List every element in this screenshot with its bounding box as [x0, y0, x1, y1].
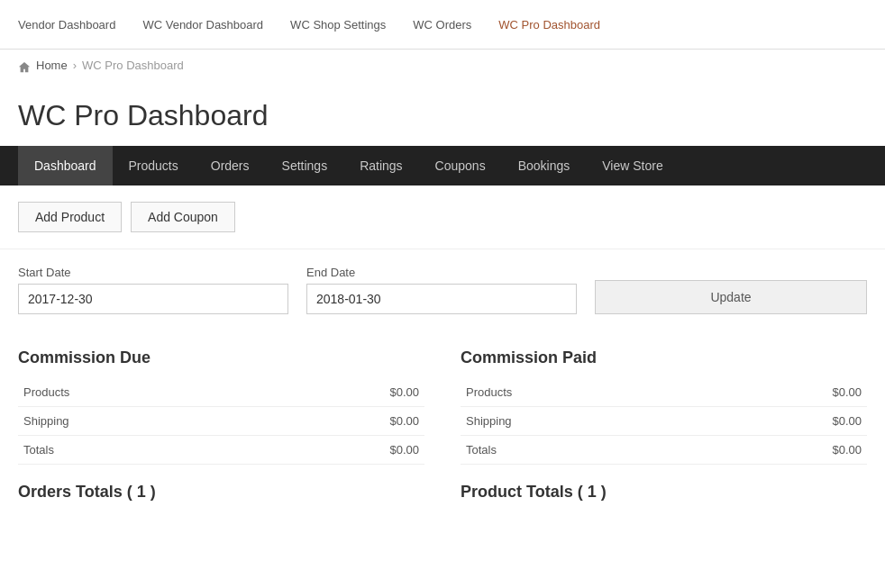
tab-view-store[interactable]: View Store [586, 146, 679, 185]
breadcrumb-home[interactable]: Home [36, 59, 68, 72]
product-totals-block: Product Totals ( 1 ) [461, 483, 867, 502]
commission-due-title: Commission Due [18, 348, 424, 367]
table-row: Shipping $0.00 [18, 407, 424, 436]
commission-paid-products-value: $0.00 [699, 378, 867, 407]
commissions-section: Commission Due Products $0.00 Shipping $… [0, 348, 885, 465]
home-icon [18, 61, 31, 74]
commission-paid-shipping-label: Shipping [461, 407, 699, 436]
start-date-label: Start Date [18, 266, 288, 279]
add-coupon-button[interactable]: Add Coupon [131, 202, 235, 232]
tab-orders[interactable]: Orders [195, 146, 266, 185]
commission-paid-table: Products $0.00 Shipping $0.00 Totals $0.… [461, 378, 867, 465]
date-filter-section: Start Date End Date Update [0, 249, 885, 348]
commission-due-block: Commission Due Products $0.00 Shipping $… [18, 348, 424, 465]
totals-section: Orders Totals ( 1 ) Product Totals ( 1 ) [0, 465, 885, 502]
page-title: WC Pro Dashboard [0, 81, 885, 146]
table-row: Products $0.00 [461, 378, 867, 407]
commission-due-products-label: Products [18, 378, 257, 407]
top-navigation: Vendor Dashboard WC Vendor Dashboard WC … [0, 0, 885, 50]
table-row: Shipping $0.00 [461, 407, 867, 436]
nav-wc-shop-settings[interactable]: WC Shop Settings [290, 18, 386, 32]
commission-due-totals-value: $0.00 [257, 436, 424, 465]
commission-due-products-value: $0.00 [257, 378, 424, 407]
add-product-button[interactable]: Add Product [18, 202, 122, 232]
orders-totals-block: Orders Totals ( 1 ) [18, 483, 424, 502]
nav-wc-orders[interactable]: WC Orders [413, 18, 471, 32]
table-row: Products $0.00 [18, 378, 424, 407]
end-date-field: End Date [306, 266, 577, 314]
tab-coupons[interactable]: Coupons [419, 146, 502, 185]
commission-due-shipping-label: Shipping [18, 407, 257, 436]
orders-totals-title: Orders Totals ( 1 ) [18, 483, 424, 502]
commission-paid-title: Commission Paid [461, 348, 867, 367]
commission-paid-totals-label: Totals [461, 436, 699, 465]
commission-due-totals-label: Totals [18, 436, 257, 465]
nav-wc-vendor-dashboard[interactable]: WC Vendor Dashboard [142, 18, 263, 32]
start-date-input[interactable] [18, 284, 288, 314]
tab-dashboard[interactable]: Dashboard [18, 146, 113, 185]
end-date-input[interactable] [306, 284, 577, 314]
table-row: Totals $0.00 [461, 436, 867, 465]
nav-vendor-dashboard[interactable]: Vendor Dashboard [18, 18, 115, 32]
table-row: Totals $0.00 [18, 436, 424, 465]
action-bar: Add Product Add Coupon [0, 185, 885, 249]
breadcrumb-current: WC Pro Dashboard [82, 59, 184, 72]
start-date-field: Start Date [18, 266, 288, 314]
tab-settings[interactable]: Settings [266, 146, 344, 185]
commission-paid-shipping-value: $0.00 [699, 407, 867, 436]
commission-paid-block: Commission Paid Products $0.00 Shipping … [461, 348, 867, 465]
commission-paid-products-label: Products [461, 378, 699, 407]
tab-bookings[interactable]: Bookings [502, 146, 587, 185]
tab-ratings[interactable]: Ratings [343, 146, 418, 185]
end-date-label: End Date [306, 266, 577, 279]
tab-bar: Dashboard Products Orders Settings Ratin… [0, 146, 885, 185]
commission-paid-totals-value: $0.00 [699, 436, 867, 465]
product-totals-title: Product Totals ( 1 ) [461, 483, 867, 502]
breadcrumb: Home › WC Pro Dashboard [0, 50, 885, 81]
nav-wc-pro-dashboard[interactable]: WC Pro Dashboard [498, 18, 600, 32]
commission-due-table: Products $0.00 Shipping $0.00 Totals $0.… [18, 378, 424, 465]
update-button[interactable]: Update [595, 280, 867, 314]
commission-due-shipping-value: $0.00 [257, 407, 424, 436]
tab-products[interactable]: Products [113, 146, 195, 185]
breadcrumb-separator: › [73, 59, 77, 72]
